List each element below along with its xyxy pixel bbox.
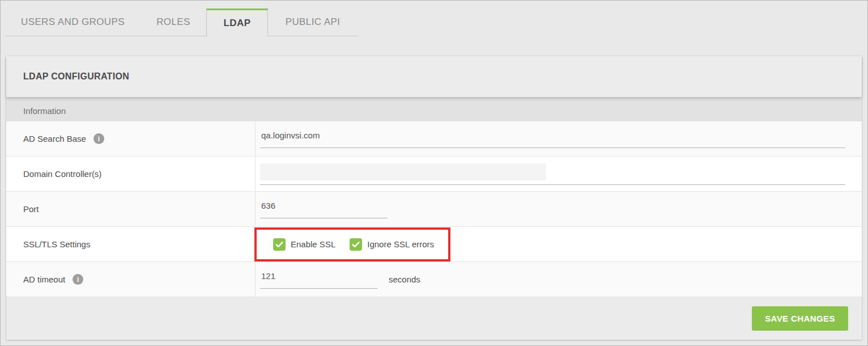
checkbox-label: Ignore SSL errors [367,239,434,249]
field-label: Port [23,204,39,214]
field-label-wrap: Domain Controller(s) [6,157,256,191]
tab-bar: USERS AND GROUPS ROLES LDAP PUBLIC API [5,9,867,36]
section-label: Information [23,106,66,116]
field-label-wrap: AD timeout i [6,262,256,297]
domain-controllers-input[interactable] [260,163,845,185]
port-input[interactable]: 636 [260,200,388,218]
field-label: SSL/TLS Settings [23,239,90,249]
ldap-configuration-panel: LDAP CONFIGURATION Information AD Search… [6,56,862,340]
tab-users-and-groups[interactable]: USERS AND GROUPS [5,9,141,36]
panel-footer: SAVE CHANGES [6,297,862,340]
tab-ldap[interactable]: LDAP [206,9,268,36]
field-label: AD Search Base [23,134,86,144]
field-label-wrap: Port [6,192,256,226]
checkbox-enable-ssl[interactable]: Enable SSL [273,238,335,251]
checkmark-icon [351,240,360,249]
checkbox-ignore-ssl-errors[interactable]: Ignore SSL errors [350,238,434,251]
panel-title: LDAP CONFIGURATION [23,71,129,82]
info-glyph: i [98,135,100,143]
field-label-wrap: AD Search Base i [6,121,256,156]
field-value-cell: 121 seconds [256,262,862,297]
field-value-cell [256,157,862,191]
row-ad-search-base: AD Search Base i qa.loginvsi.com [6,121,862,157]
ad-timeout-input[interactable]: 121 [260,270,377,289]
row-port: Port 636 [6,192,862,227]
info-icon[interactable]: i [93,133,104,144]
info-icon[interactable]: i [73,274,83,285]
checkbox-label: Enable SSL [291,239,335,249]
tab-public-api[interactable]: PUBLIC API [268,9,358,36]
checked-checkbox-icon[interactable] [273,238,286,251]
checkmark-icon [275,240,284,249]
field-label-wrap: SSL/TLS Settings [6,227,256,261]
row-ad-timeout: AD timeout i 121 seconds [6,262,862,297]
seconds-suffix-label: seconds [389,275,420,284]
save-changes-button[interactable]: SAVE CHANGES [752,306,848,331]
field-value-cell: qa.loginvsi.com [256,121,862,156]
section-information: Information [6,97,862,121]
info-glyph: i [77,276,79,284]
tab-roles[interactable]: ROLES [141,9,206,36]
field-value-cell: 636 [256,192,862,226]
field-label: AD timeout [23,275,65,284]
red-highlight-box: Enable SSL Ignore SSL errors [254,227,450,261]
checked-checkbox-icon[interactable] [350,238,362,251]
field-label: Domain Controller(s) [23,169,101,179]
field-value-cell: Enable SSL Ignore SSL errors [256,227,862,261]
ad-search-base-input[interactable]: qa.loginvsi.com [260,129,845,148]
panel-header: LDAP CONFIGURATION [6,56,862,97]
row-ssl-tls-settings: SSL/TLS Settings Enable SSL [6,227,862,262]
row-domain-controllers: Domain Controller(s) [6,157,862,192]
domain-controllers-filled-field[interactable] [260,163,546,180]
